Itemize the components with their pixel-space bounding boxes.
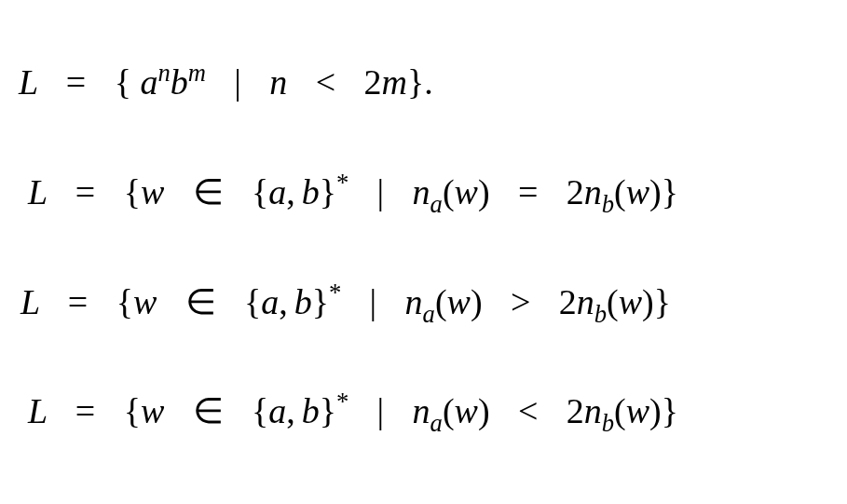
sym-b: b: [302, 172, 320, 211]
arg-w2: w: [619, 282, 642, 321]
rbrace: }: [662, 172, 678, 211]
lt: <: [316, 62, 335, 102]
sym-a: a: [268, 172, 286, 211]
alphabet-rbrace: }: [320, 172, 336, 211]
var-m: m: [382, 62, 407, 102]
num-2: 2: [567, 391, 584, 430]
lparen: (: [443, 391, 455, 430]
num-2: 2: [567, 172, 584, 211]
alphabet-lbrace: {: [244, 282, 261, 321]
fn-n2: n: [577, 282, 594, 321]
lparen: (: [435, 282, 447, 321]
equation-1: L = { anbm | n < 2m}.: [19, 61, 828, 104]
bar: |: [234, 62, 241, 102]
sub-b: b: [602, 189, 614, 217]
lparen: (: [443, 172, 455, 211]
equation-4: L = {w ∈ {a,b}* | na(w) < 2nb(w)}: [28, 390, 828, 433]
rparen: ): [478, 391, 490, 430]
arg-w2: w: [626, 391, 649, 430]
sup-n: n: [157, 59, 170, 87]
alphabet-rbrace: }: [320, 391, 336, 430]
sup-m: m: [188, 59, 206, 87]
rel-gt: >: [511, 282, 530, 321]
var-w: w: [133, 282, 157, 321]
var-a: a: [140, 62, 157, 102]
equals: =: [66, 62, 86, 102]
num-2: 2: [364, 62, 382, 102]
rparen2: ): [649, 391, 662, 430]
var-w: w: [141, 391, 164, 430]
comma: ,: [279, 282, 288, 321]
equation-2: L = {w ∈ {a,b}* | na(w) = 2nb(w)}: [28, 171, 828, 214]
fn-n: n: [405, 282, 423, 321]
var-L: L: [28, 172, 47, 211]
lparen2: (: [614, 172, 626, 211]
rparen: ): [471, 282, 483, 321]
var-L: L: [20, 282, 39, 321]
sub-a: a: [430, 409, 443, 437]
var-w: w: [141, 172, 164, 211]
var-L: L: [28, 391, 47, 430]
arg-w: w: [455, 391, 478, 430]
equals: =: [68, 282, 88, 321]
lparen2: (: [607, 282, 619, 321]
fn-n2: n: [584, 391, 602, 430]
comma: ,: [286, 391, 295, 430]
elem-of: ∈: [185, 282, 216, 321]
sub-a: a: [430, 189, 443, 217]
elem-of: ∈: [193, 391, 224, 430]
bar: |: [377, 391, 385, 430]
kleene-star: *: [336, 388, 348, 416]
var-L: L: [19, 62, 37, 102]
rel-eq: =: [518, 172, 538, 211]
equations-container: L = { anbm | n < 2m}. L = {w ∈ {a,b}* | …: [0, 0, 847, 504]
arg-w: w: [447, 282, 471, 321]
rparen: ): [478, 172, 490, 211]
sym-b: b: [294, 282, 312, 321]
lparen2: (: [614, 391, 626, 430]
lbrace: {: [116, 282, 133, 321]
arg-w: w: [455, 172, 478, 211]
rbrace: }: [654, 282, 671, 321]
alphabet-lbrace: {: [252, 172, 268, 211]
fn-n: n: [413, 391, 430, 430]
arg-w2: w: [626, 172, 649, 211]
rparen2: ): [649, 172, 662, 211]
bar: |: [377, 172, 385, 211]
period: .: [424, 62, 433, 102]
kleene-star: *: [336, 169, 348, 197]
comma: ,: [286, 172, 295, 211]
equation-3: L = {w ∈ {a,b}* | na(w) > 2nb(w)}: [20, 281, 828, 324]
rbrace: }: [662, 391, 678, 430]
alphabet-rbrace: }: [312, 282, 329, 321]
lbrace: {: [124, 391, 141, 430]
bar: |: [370, 282, 377, 321]
equals: =: [75, 391, 95, 430]
sub-b: b: [602, 409, 614, 437]
kleene-star: *: [329, 279, 341, 306]
var-b: b: [171, 62, 188, 102]
num-2: 2: [559, 282, 577, 321]
rel-lt: <: [518, 391, 538, 430]
sub-b: b: [594, 299, 607, 327]
alphabet-lbrace: {: [252, 391, 268, 430]
sym-a: a: [268, 391, 286, 430]
elem-of: ∈: [193, 172, 224, 211]
sub-a: a: [423, 299, 435, 327]
sym-b: b: [302, 391, 320, 430]
lbrace: {: [124, 172, 141, 211]
rparen2: ): [642, 282, 654, 321]
fn-n2: n: [584, 172, 602, 211]
rbrace: }: [407, 62, 424, 102]
equals: =: [75, 172, 95, 211]
var-n: n: [269, 62, 287, 102]
lbrace: {: [115, 62, 131, 102]
fn-n: n: [413, 172, 430, 211]
sym-a: a: [261, 282, 279, 321]
